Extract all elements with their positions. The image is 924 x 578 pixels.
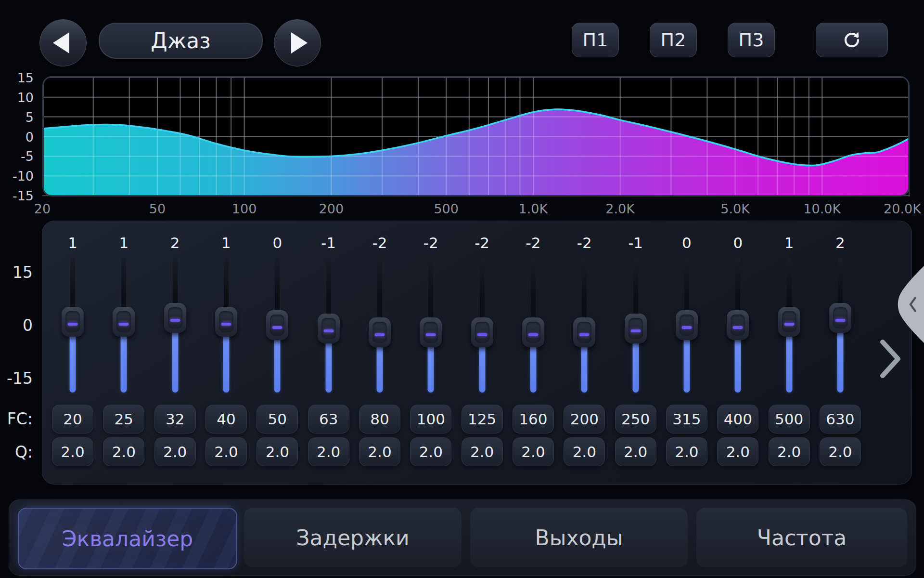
thumb-inset [833,307,847,328]
band-slider-thumb[interactable] [522,317,544,347]
band-q-value[interactable]: 2.0 [820,437,861,466]
thumb-dash-icon [68,323,78,326]
band-q-value[interactable]: 2.0 [666,437,707,466]
band-slider-thumb[interactable] [471,317,493,347]
band-q-value[interactable]: 2.0 [103,437,144,466]
thumb-inset [270,315,284,336]
thumb-inset [219,311,233,332]
band-gain-value: -1 [610,234,661,251]
thumb-dash-icon [272,326,282,329]
band-fc-value[interactable]: 63 [308,405,349,434]
thumb-dash-icon [681,326,692,329]
band-gain-value: 0 [252,234,303,251]
band-fc-value[interactable]: 32 [154,405,196,434]
memory-button-p2[interactable]: П2 [650,23,697,57]
band-q-value[interactable]: 2.0 [462,437,503,466]
band-q-value[interactable]: 2.0 [564,437,605,466]
frequency-response-graph [42,76,910,197]
bottom-tab-bar: Эквалайзер Задержки Выходы Частота [9,499,916,576]
band-fc-value[interactable]: 630 [820,405,861,434]
eq-band-20: 1202.0 [47,221,98,484]
band-fc-value[interactable]: 250 [615,405,656,434]
band-fc-value[interactable]: 400 [717,405,758,434]
band-fc-value[interactable]: 200 [564,405,605,434]
chevron-right-icon [883,342,898,376]
thumb-inset [116,311,131,332]
band-slider-thumb[interactable] [164,303,186,333]
thumb-inset [372,322,387,343]
tab-outputs[interactable]: Выходы [470,508,688,567]
band-q-value[interactable]: 2.0 [615,437,656,466]
left-arrow-icon [53,32,69,53]
band-q-value[interactable]: 2.0 [308,437,349,466]
memory-button-label: П2 [661,29,686,51]
thumb-dash-icon [477,333,487,336]
band-q-value[interactable]: 2.0 [205,437,247,466]
next-bands-button[interactable] [877,337,904,381]
band-fc-value[interactable]: 80 [359,405,400,434]
thumb-dash-icon [733,326,743,329]
thumb-dash-icon [119,323,129,326]
band-slider-thumb[interactable] [113,307,135,337]
reset-button[interactable] [816,23,888,57]
band-q-value[interactable]: 2.0 [410,437,451,466]
y-axis-tick-label: 10 [7,91,34,104]
memory-button-p3[interactable]: П3 [728,23,775,57]
thumb-dash-icon [374,333,385,336]
band-slider-thumb[interactable] [215,307,237,337]
tab-delays[interactable]: Задержки [244,508,462,567]
band-fc-value[interactable]: 125 [462,405,503,434]
band-slider-thumb[interactable] [625,314,647,343]
tab-frequency[interactable]: Частота [696,508,907,567]
band-slider-thumb[interactable] [676,310,698,340]
band-fc-value[interactable]: 100 [410,405,451,434]
slider-scale-min-label: -15 [1,369,33,388]
eq-band-400: 04002.0 [712,221,763,484]
side-drawer-handle[interactable] [896,266,924,343]
band-slider-thumb[interactable] [829,303,851,333]
prev-preset-button[interactable] [39,19,87,66]
band-fc-value[interactable]: 160 [513,405,554,434]
band-slider-thumb[interactable] [369,317,391,347]
band-q-value[interactable]: 2.0 [257,437,298,466]
thumb-dash-icon [630,329,641,332]
band-q-value[interactable]: 2.0 [513,437,554,466]
band-fc-value[interactable]: 50 [257,405,298,434]
eq-band-315: 03152.0 [661,221,712,484]
band-q-value[interactable]: 2.0 [359,437,400,466]
thumb-inset [731,315,745,336]
band-slider-thumb[interactable] [266,310,288,340]
band-slider-thumb[interactable] [778,307,800,337]
x-axis-tick-label: 2.0K [605,201,635,216]
band-slider-thumb[interactable] [420,317,442,347]
band-slider-thumb[interactable] [62,307,84,337]
band-gain-value: 1 [201,234,252,251]
thumb-inset [475,322,489,343]
tab-equalizer[interactable]: Эквалайзер [18,508,237,569]
tab-label: Частота [757,525,847,550]
band-q-value[interactable]: 2.0 [52,437,93,466]
band-fc-value[interactable]: 25 [103,405,144,434]
band-fc-value[interactable]: 40 [205,405,247,434]
band-q-value[interactable]: 2.0 [717,437,758,466]
x-axis-tick-label: 200 [319,201,344,216]
band-slider-thumb[interactable] [727,310,749,340]
band-fc-value[interactable]: 20 [52,405,93,434]
band-slider-thumb[interactable] [318,314,340,343]
band-gain-value: 1 [47,234,98,251]
memory-button-label: П1 [583,29,608,51]
band-q-value[interactable]: 2.0 [769,437,810,466]
band-fc-value[interactable]: 500 [769,405,810,434]
memory-button-p1[interactable]: П1 [572,23,619,57]
thumb-inset [680,315,694,336]
preset-selector[interactable]: Джаз [99,23,263,59]
eq-band-32: 2322.0 [150,221,201,484]
band-fc-value[interactable]: 315 [666,405,707,434]
band-gain-value: -2 [508,234,559,251]
band-slider-thumb[interactable] [573,317,595,347]
next-preset-button[interactable] [274,19,321,66]
y-axis-tick-label: 0 [7,130,34,143]
eq-band-500: 15002.0 [764,221,815,484]
band-q-value[interactable]: 2.0 [154,437,196,466]
slider-scale-max-label: 15 [1,263,33,282]
